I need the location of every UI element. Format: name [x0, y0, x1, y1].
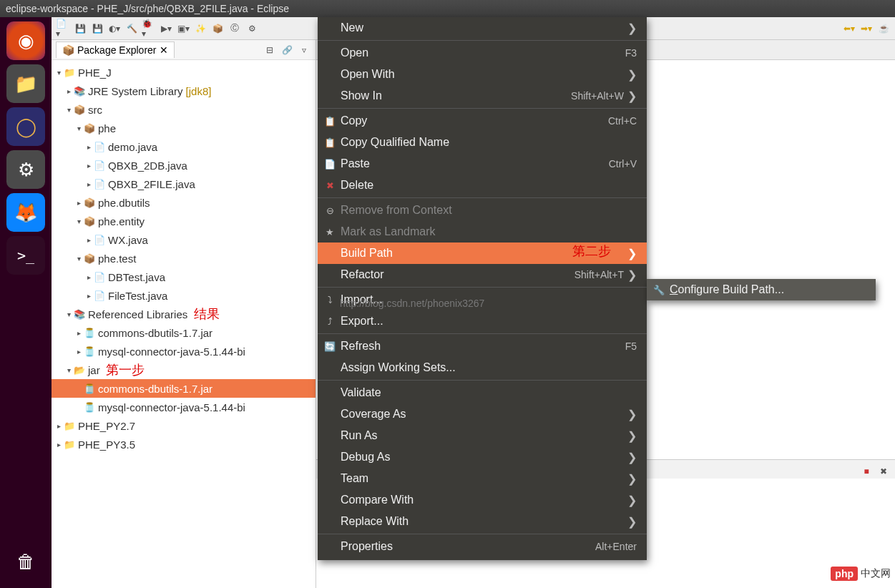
unity-launcher: ◉ 📁 ◯ ⚙ 🦊 >_ 🗑	[0, 17, 52, 588]
save-icon[interactable]: 💾	[73, 21, 87, 36]
jar-mysql-connector[interactable]: mysql-connector-java-5.1.44-bi	[98, 401, 245, 413]
ubuntu-dash-icon[interactable]: ◉	[6, 21, 45, 60]
file-demo[interactable]: demo.java	[108, 141, 157, 153]
package-explorer-title: Package Explorer	[77, 44, 157, 56]
terminate-icon[interactable]: ■	[859, 464, 874, 479]
file-filetest[interactable]: FileTest.java	[108, 290, 167, 302]
firefox-icon[interactable]: 🦊	[6, 193, 45, 232]
php-cn-text: 中文网	[861, 567, 891, 580]
referenced-libraries-node[interactable]: Referenced Libraries	[88, 308, 187, 320]
menu-coverage-as[interactable]: Coverage As❯	[318, 403, 647, 425]
trash-icon[interactable]: 🗑	[6, 542, 45, 581]
export-icon: ⤴	[323, 316, 336, 327]
package-explorer-tab[interactable]: 📦 Package Explorer ✕	[56, 41, 175, 58]
menu-copy[interactable]: 📋CopyCtrl+C	[318, 110, 647, 132]
file-wx[interactable]: WX.java	[108, 234, 148, 246]
back-icon[interactable]: ⬅▾	[842, 21, 856, 36]
copy-icon: 📋	[323, 116, 336, 127]
jar-folder-node[interactable]: jar	[88, 364, 100, 376]
refresh-icon: 🔄	[323, 341, 336, 352]
build-icon[interactable]: 🔨	[124, 21, 139, 36]
toggle-icon[interactable]: ◐▾	[107, 21, 122, 36]
copy-qn-icon: 📋	[323, 137, 336, 148]
menu-refresh[interactable]: 🔄RefreshF5	[318, 335, 647, 357]
menu-properties[interactable]: PropertiesAlt+Enter	[318, 536, 647, 557]
menu-assign-working-sets[interactable]: Assign Working Sets...	[318, 357, 647, 378]
menu-paste[interactable]: 📄PasteCtrl+V	[318, 153, 647, 175]
delete-icon: ✖	[323, 180, 336, 191]
menu-import[interactable]: ⤵Import...	[318, 289, 647, 310]
package-test[interactable]: phe.test	[98, 253, 136, 265]
file-dbtest[interactable]: DBTest.java	[108, 271, 165, 283]
save-all-icon[interactable]: 💾	[90, 21, 104, 36]
annotation-step2: 第二步	[572, 242, 611, 260]
php-cn-badge: php 中文网	[831, 567, 891, 581]
submenu-configure-build-path[interactable]: 🔧 CConfigure Build Path...onfigure Build…	[647, 279, 876, 300]
eclipse-icon[interactable]: ◯	[6, 107, 45, 146]
menu-new[interactable]: New❯	[318, 17, 647, 39]
files-icon[interactable]: 📁	[6, 64, 45, 103]
package-entity[interactable]: phe.entity	[98, 215, 145, 227]
new-class-icon[interactable]: Ⓒ	[228, 21, 242, 36]
new-servlet-icon[interactable]: ⚙	[245, 21, 259, 36]
landmark-icon: ★	[323, 227, 336, 237]
menu-open[interactable]: OpenF3	[318, 42, 647, 64]
jre-library-node[interactable]: JRE System Library	[88, 85, 183, 97]
menu-export[interactable]: ⤴Export...	[318, 310, 647, 332]
wand-icon[interactable]: ✨	[193, 21, 207, 36]
jar-commons-dbutils[interactable]: commons-dbutils-1.7.jar	[98, 383, 212, 395]
file-qbxb-2db[interactable]: QBXB_2DB.java	[108, 160, 187, 172]
package-icon: 📦	[62, 44, 74, 56]
reflib-commons-dbutils[interactable]: commons-dbutils-1.7.jar	[98, 327, 212, 339]
view-menu-icon[interactable]: ▿	[297, 43, 311, 57]
context-menu[interactable]: New❯ OpenF3 Open With❯ Show InShift+Alt+…	[318, 17, 647, 560]
menu-delete[interactable]: ✖Delete	[318, 175, 647, 196]
menu-debug-as[interactable]: Debug As❯	[318, 446, 647, 468]
menu-replace-with[interactable]: Replace With❯	[318, 511, 647, 532]
menu-refactor[interactable]: RefactorShift+Alt+T❯	[318, 264, 647, 285]
settings-icon[interactable]: ⚙	[6, 150, 45, 189]
project-py35[interactable]: PHE_PY3.5	[78, 438, 135, 451]
import-icon: ⤵	[323, 295, 336, 305]
debug-dropdown-icon[interactable]: 🐞▾	[142, 21, 156, 36]
link-editor-icon[interactable]: 🔗	[280, 43, 294, 57]
menu-open-with[interactable]: Open With❯	[318, 64, 647, 85]
menu-run-as[interactable]: Run As❯	[318, 425, 647, 446]
project-py27[interactable]: PHE_PY2.7	[78, 420, 135, 432]
annotation-result: 结果	[194, 305, 220, 323]
configure-icon: 🔧	[652, 285, 665, 295]
new-icon[interactable]: 📄▾	[56, 21, 70, 36]
php-logo: php	[831, 567, 858, 581]
menu-copy-qualified-name[interactable]: 📋Copy Qualified Name	[318, 132, 647, 153]
build-path-submenu[interactable]: 🔧 CConfigure Build Path...onfigure Build…	[647, 279, 876, 300]
forward-icon[interactable]: ➡▾	[859, 21, 874, 36]
window-title: eclipse-workspace - PHE_J/src/phe/QBXB_2…	[6, 3, 289, 14]
project-node[interactable]: PHE_J	[78, 67, 112, 79]
close-icon[interactable]: ✕	[160, 44, 168, 56]
paste-icon: 📄	[323, 159, 336, 170]
menu-validate[interactable]: Validate	[318, 382, 647, 403]
package-explorer-view: 📦 Package Explorer ✕ ⊟ 🔗 ▿ ▾📁PHE_J ▸📚JRE…	[52, 40, 316, 588]
reflib-mysql-connector[interactable]: mysql-connector-java-5.1.44-bi	[98, 346, 245, 358]
perspective-java-icon[interactable]: ☕	[876, 21, 891, 36]
file-qbxb-2file[interactable]: QBXB_2FILE.java	[108, 178, 195, 190]
run-dropdown-icon[interactable]: ▶▾	[159, 21, 173, 36]
new-package-icon[interactable]: 📦	[210, 21, 225, 36]
terminal-icon[interactable]: >_	[6, 236, 45, 275]
window-titlebar: eclipse-workspace - PHE_J/src/phe/QBXB_2…	[0, 0, 895, 17]
menu-remove-from-context: ⊖Remove from Context	[318, 200, 647, 221]
package-dbutils[interactable]: phe.dbutils	[98, 197, 150, 209]
package-tree[interactable]: ▾📁PHE_J ▸📚JRE System Library[jdk8] ▾📦src…	[52, 60, 316, 588]
src-folder-node[interactable]: src	[88, 104, 102, 116]
menu-build-path[interactable]: Build Path第二步❯	[318, 242, 647, 264]
package-phe[interactable]: phe	[98, 122, 116, 134]
menu-mark-as-landmark: ★Mark as Landmark	[318, 221, 647, 242]
menu-compare-with[interactable]: Compare With❯	[318, 489, 647, 511]
remove-launch-icon[interactable]: ✖	[876, 464, 891, 479]
menu-show-in[interactable]: Show InShift+Alt+W❯	[318, 85, 647, 107]
coverage-dropdown-icon[interactable]: ▣▾	[176, 21, 190, 36]
annotation-step1: 第一步	[106, 361, 145, 378]
remove-context-icon: ⊖	[323, 205, 336, 216]
collapse-all-icon[interactable]: ⊟	[263, 43, 277, 57]
menu-team[interactable]: Team❯	[318, 468, 647, 489]
